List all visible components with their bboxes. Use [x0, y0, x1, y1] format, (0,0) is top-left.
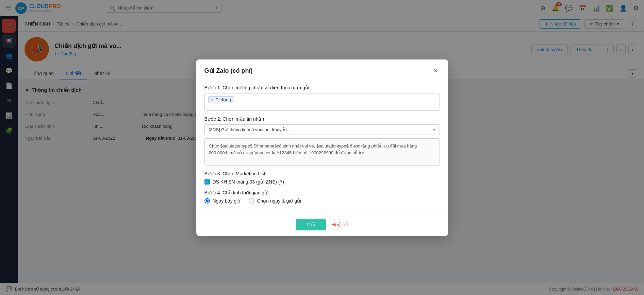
radio-schedule-label: Chọn ngày & giờ gửi [257, 198, 301, 204]
radio-now[interactable]: Ngay bây giờ [204, 198, 241, 204]
modal-overlay[interactable]: Gửi Zalo (có phí) × Bước 1: Chọn trường … [0, 0, 644, 295]
template-preview: Chúc $salutationtype$ $firstname$có sinh… [204, 138, 440, 166]
modal-body: Bước 1: Chọn trường chứa số điện thoại c… [196, 80, 448, 213]
modal-header: Gửi Zalo (có phí) × [196, 59, 448, 80]
send-button[interactable]: Gửi [296, 219, 326, 230]
tag-chip-label: Di động [215, 97, 231, 102]
template-chevron-icon: ▾ [433, 127, 435, 132]
radio-now-label: Ngay bây giờ [213, 198, 241, 204]
radio-schedule-dot [249, 198, 254, 204]
modal: Gửi Zalo (có phí) × Bước 1: Chọn trường … [196, 59, 448, 236]
modal-footer: Gửi Huỷ bỏ [196, 213, 448, 236]
marketing-list-row: ✓ DS KH SN tháng 03 (gửi ZNS) (7) [204, 179, 440, 185]
step1-label: Bước 1: Chọn trường chứa số điện thoại c… [204, 85, 440, 90]
radio-schedule[interactable]: Chọn ngày & giờ gửi [249, 198, 301, 204]
template-select[interactable]: [ZNS] Gửi thông tin mã voucher khuyến...… [204, 124, 440, 135]
marketing-list-checkbox[interactable]: ✓ [204, 179, 210, 185]
step2-label: Bước 2: Chọn mẫu tin nhắn [204, 116, 440, 122]
step4-label: Bước 4: Chỉ định thời gian gửi [204, 190, 440, 195]
phone-field-input[interactable]: × Di động [204, 93, 440, 111]
marketing-list-label: DS KH SN tháng 03 (gửi ZNS) (7) [213, 179, 284, 185]
tag-remove-icon[interactable]: × [211, 97, 214, 102]
template-selected-label: [ZNS] Gửi thông tin mã voucher khuyến... [209, 127, 291, 132]
cancel-button[interactable]: Huỷ bỏ [331, 222, 348, 228]
modal-title: Gửi Zalo (có phí) [204, 67, 253, 74]
time-radio-row: Ngay bây giờ Chọn ngày & giờ gửi [204, 198, 440, 204]
step3-label: Bước 3: Chọn Marketing List [204, 171, 440, 176]
modal-close-button[interactable]: × [432, 66, 440, 75]
radio-now-dot [204, 198, 210, 204]
phone-tag-chip: × Di động [208, 96, 234, 103]
